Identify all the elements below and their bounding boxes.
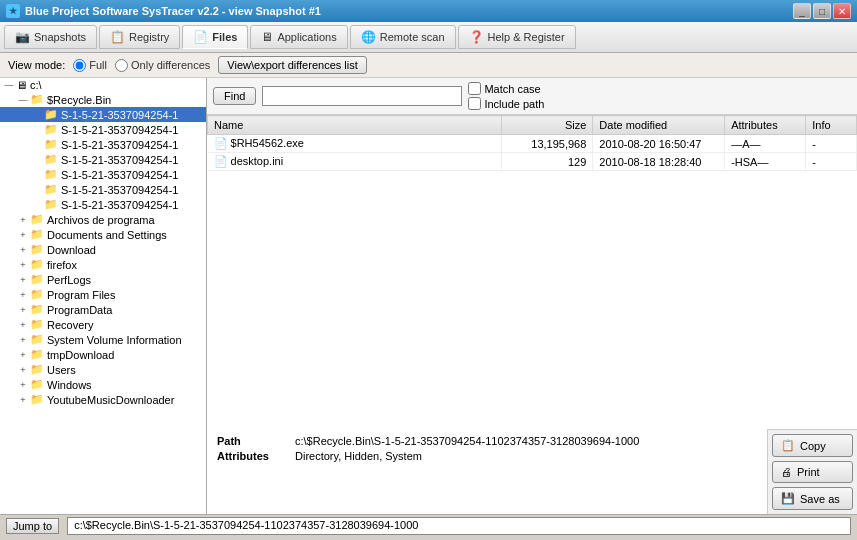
tab-help[interactable]: ❓ Help & Register xyxy=(458,25,576,49)
view-diff-button[interactable]: View\export differences list xyxy=(218,56,366,74)
tree-item-perflogs[interactable]: + 📁 PerfLogs xyxy=(0,272,206,287)
tree-item-docs-settings[interactable]: + 📁 Documents and Settings xyxy=(0,227,206,242)
tree-label-recycle-bin: $Recycle.Bin xyxy=(47,94,111,106)
expand-archivos[interactable]: + xyxy=(16,215,30,225)
expand-windows[interactable]: + xyxy=(16,380,30,390)
tree-item-firefox[interactable]: + 📁 firefox xyxy=(0,257,206,272)
expand-users[interactable]: + xyxy=(16,365,30,375)
cell-info: - xyxy=(806,153,857,171)
path-row: Path c:\$Recycle.Bin\S-1-5-21-3537094254… xyxy=(217,435,757,447)
include-path-option[interactable]: Include path xyxy=(468,97,544,110)
minimize-button[interactable]: _ xyxy=(793,3,811,19)
cell-date: 2010-08-20 16:50:47 xyxy=(593,135,725,153)
copy-button[interactable]: 📋 Copy xyxy=(772,434,853,457)
expand-tmpdownload[interactable]: + xyxy=(16,350,30,360)
expand-docs-settings[interactable]: + xyxy=(16,230,30,240)
expand-perflogs[interactable]: + xyxy=(16,275,30,285)
viewmode-full-label: Full xyxy=(89,59,107,71)
tree-item-recovery[interactable]: + 📁 Recovery xyxy=(0,317,206,332)
tree-item-sid-6[interactable]: 📁 S-1-5-21-3537094254-1 xyxy=(0,182,206,197)
tree-item-sid-3[interactable]: 📁 S-1-5-21-3537094254-1 xyxy=(0,137,206,152)
copy-icon: 📋 xyxy=(781,439,795,452)
folder-icon-sid-4: 📁 xyxy=(44,153,58,166)
expand-firefox[interactable]: + xyxy=(16,260,30,270)
tab-remote-scan[interactable]: 🌐 Remote scan xyxy=(350,25,456,49)
include-path-checkbox[interactable] xyxy=(468,97,481,110)
expand-recovery[interactable]: + xyxy=(16,320,30,330)
viewmode-full-radio[interactable] xyxy=(73,59,86,72)
col-header-date[interactable]: Date modified xyxy=(593,116,725,135)
tab-files[interactable]: 📄 Files xyxy=(182,25,248,49)
folder-icon-sid-6: 📁 xyxy=(44,183,58,196)
tree-item-sid-1[interactable]: 📁 S-1-5-21-3537094254-1 xyxy=(0,107,206,122)
tree-item-sid-7[interactable]: 📁 S-1-5-21-3537094254-1 xyxy=(0,197,206,212)
expand-download[interactable]: + xyxy=(16,245,30,255)
tree-item-archivos[interactable]: + 📁 Archivos de programa xyxy=(0,212,206,227)
viewmode-diff-radio[interactable] xyxy=(115,59,128,72)
print-icon: 🖨 xyxy=(781,466,792,478)
expand-program-files[interactable]: + xyxy=(16,290,30,300)
jump-to-button[interactable]: Jump to xyxy=(6,518,59,534)
tree-item-program-files[interactable]: + 📁 Program Files xyxy=(0,287,206,302)
include-path-label: Include path xyxy=(484,98,544,110)
right-panel: Find Match case Include path Name xyxy=(207,78,857,514)
tree-item-users[interactable]: + 📁 Users xyxy=(0,362,206,377)
tree-item-recycle-bin[interactable]: — 📁 $Recycle.Bin xyxy=(0,92,206,107)
tab-registry[interactable]: 📋 Registry xyxy=(99,25,180,49)
col-header-name[interactable]: Name xyxy=(208,116,502,135)
expand-ytdownloader[interactable]: + xyxy=(16,395,30,405)
tree-label-recovery: Recovery xyxy=(47,319,93,331)
folder-icon-tmpdownload: 📁 xyxy=(30,348,44,361)
tree-item-ytdownloader[interactable]: + 📁 YoutubeMusicDownloader xyxy=(0,392,206,407)
applications-icon: 🖥 xyxy=(261,30,273,44)
viewmode-diff-option[interactable]: Only differences xyxy=(115,59,210,72)
tree-item-sid-5[interactable]: 📁 S-1-5-21-3537094254-1 xyxy=(0,167,206,182)
window-controls: _ □ ✕ xyxy=(793,3,851,19)
folder-icon-windows: 📁 xyxy=(30,378,44,391)
tree-label-program-files: Program Files xyxy=(47,289,115,301)
attributes-value: Directory, Hidden, System xyxy=(295,450,422,462)
save-as-button[interactable]: 💾 Save as xyxy=(772,487,853,510)
tree-label-programdata: ProgramData xyxy=(47,304,112,316)
tab-applications-label: Applications xyxy=(277,31,336,43)
col-header-size[interactable]: Size xyxy=(502,116,593,135)
table-row[interactable]: 📄 $RH54562.exe 13,195,968 2010-08-20 16:… xyxy=(208,135,857,153)
expand-recycle-bin[interactable]: — xyxy=(16,95,30,105)
tab-applications[interactable]: 🖥 Applications xyxy=(250,25,347,49)
close-button[interactable]: ✕ xyxy=(833,3,851,19)
path-label: Path xyxy=(217,435,287,447)
folder-icon: 🖥 xyxy=(16,79,27,91)
find-input[interactable] xyxy=(262,86,462,106)
table-row[interactable]: 📄 desktop.ini 129 2010-08-18 18:28:40 -H… xyxy=(208,153,857,171)
tree-item-sid-4[interactable]: 📁 S-1-5-21-3537094254-1 xyxy=(0,152,206,167)
window-title: Blue Project Software SysTracer v2.2 - v… xyxy=(25,5,321,17)
tree-item-windows[interactable]: + 📁 Windows xyxy=(0,377,206,392)
tab-registry-label: Registry xyxy=(129,31,169,43)
expand-sys-vol[interactable]: + xyxy=(16,335,30,345)
tab-snapshots[interactable]: 📷 Snapshots xyxy=(4,25,97,49)
print-button[interactable]: 🖨 Print xyxy=(772,461,853,483)
tree-item-c-drive[interactable]: — 🖥 c:\ xyxy=(0,78,206,92)
col-header-attr[interactable]: Attributes xyxy=(725,116,806,135)
tree-item-tmpdownload[interactable]: + 📁 tmpDownload xyxy=(0,347,206,362)
match-case-option[interactable]: Match case xyxy=(468,82,544,95)
col-header-info[interactable]: Info xyxy=(806,116,857,135)
maximize-button[interactable]: □ xyxy=(813,3,831,19)
expand-c-drive[interactable]: — xyxy=(2,80,16,90)
viewmode-full-option[interactable]: Full xyxy=(73,59,107,72)
viewmode-diff-label: Only differences xyxy=(131,59,210,71)
find-button[interactable]: Find xyxy=(213,87,256,105)
tree-item-sys-vol[interactable]: + 📁 System Volume Information xyxy=(0,332,206,347)
tree-label-sid-4: S-1-5-21-3537094254-1 xyxy=(61,154,178,166)
file-name: desktop.ini xyxy=(231,155,284,167)
match-case-checkbox[interactable] xyxy=(468,82,481,95)
folder-icon-sid-1: 📁 xyxy=(44,108,58,121)
file-icon: 📄 xyxy=(214,155,228,167)
tree-item-sid-2[interactable]: 📁 S-1-5-21-3537094254-1 xyxy=(0,122,206,137)
tab-files-label: Files xyxy=(212,31,237,43)
app-icon: ★ xyxy=(6,4,20,18)
tree-item-download[interactable]: + 📁 Download xyxy=(0,242,206,257)
tree-item-programdata[interactable]: + 📁 ProgramData xyxy=(0,302,206,317)
copy-label: Copy xyxy=(800,440,826,452)
expand-programdata[interactable]: + xyxy=(16,305,30,315)
